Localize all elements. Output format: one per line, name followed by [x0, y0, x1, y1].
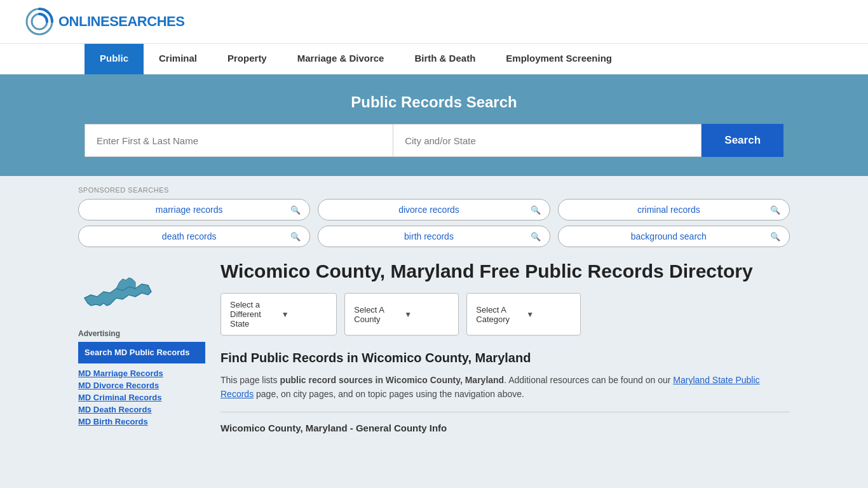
- find-desc-part1: This page lists: [220, 375, 280, 385]
- find-desc-part2: . Additional resources can be found on o…: [504, 375, 673, 385]
- sponsored-pill-divorce[interactable]: divorce records 🔍: [318, 199, 550, 220]
- county-dropdown-arrow: ▼: [404, 310, 449, 319]
- find-desc-part3: page, on city pages, and on topic pages …: [254, 389, 524, 399]
- sidebar-link-divorce[interactable]: MD Divorce Records: [78, 381, 205, 390]
- search-button[interactable]: Search: [702, 124, 783, 157]
- sponsored-pill-death[interactable]: death records 🔍: [78, 226, 310, 247]
- sponsored-pill-birth[interactable]: birth records 🔍: [318, 226, 550, 247]
- search-icon-criminal: 🔍: [770, 205, 780, 215]
- find-description: This page lists public record sources in…: [220, 373, 790, 402]
- dropdowns-row: Select a Different State ▼ Select A Coun…: [220, 293, 790, 336]
- county-dropdown[interactable]: Select A County ▼: [344, 293, 459, 336]
- nav-item-criminal[interactable]: Criminal: [144, 44, 212, 74]
- search-icon-background: 🔍: [770, 232, 780, 241]
- find-title: Find Public Records in Wicomico County, …: [220, 351, 790, 365]
- logo-text: ONLINESEARCHES: [58, 13, 184, 30]
- sponsored-pill-marriage[interactable]: marriage records 🔍: [78, 199, 310, 220]
- general-info-title: Wicomico County, Maryland - General Coun…: [220, 423, 790, 433]
- sponsored-pill-text-criminal: criminal records: [567, 205, 770, 215]
- maryland-map: [78, 260, 154, 317]
- site-header: ONLINESEARCHES: [0, 0, 868, 43]
- category-dropdown[interactable]: Select A Category ▼: [466, 293, 581, 336]
- sponsored-grid: marriage records 🔍 divorce records 🔍 cri…: [78, 199, 790, 247]
- sponsored-pill-text-divorce: divorce records: [327, 205, 530, 215]
- hero-section: Public Records Search Search: [0, 74, 868, 176]
- state-dropdown-label: Select a Different State: [230, 300, 276, 329]
- search-bar: Search: [85, 124, 783, 157]
- sidebar-link-marriage[interactable]: MD Marriage Records: [78, 369, 205, 378]
- main-nav: Public Criminal Property Marriage & Divo…: [0, 43, 868, 74]
- sidebar: Advertising Search MD Public Records MD …: [78, 260, 205, 429]
- category-dropdown-arrow: ▼: [526, 310, 571, 319]
- sidebar-link-death[interactable]: MD Death Records: [78, 405, 205, 414]
- county-dropdown-label: Select A County: [354, 305, 399, 324]
- logo[interactable]: ONLINESEARCHES: [25, 8, 184, 36]
- search-icon-birth: 🔍: [531, 232, 541, 241]
- state-dropdown-arrow: ▼: [281, 310, 328, 319]
- sponsored-pill-text-background: background search: [567, 231, 770, 241]
- sponsored-pill-text-death: death records: [88, 231, 290, 241]
- sponsored-pill-text-marriage: marriage records: [88, 205, 290, 215]
- search-icon-death: 🔍: [290, 232, 301, 241]
- advertising-label: Advertising: [78, 329, 205, 338]
- section-divider: [220, 412, 790, 412]
- sidebar-link-birth[interactable]: MD Birth Records: [78, 417, 205, 426]
- search-icon-divorce: 🔍: [531, 205, 541, 215]
- logo-icon: [25, 8, 53, 36]
- sponsored-pill-text-birth: birth records: [327, 231, 530, 241]
- nav-item-employment[interactable]: Employment Screening: [491, 44, 627, 74]
- nav-item-public[interactable]: Public: [85, 44, 144, 74]
- sidebar-link-criminal[interactable]: MD Criminal Records: [78, 393, 205, 402]
- sponsored-label: SPONSORED SEARCHES: [78, 186, 790, 194]
- name-input[interactable]: [85, 124, 393, 157]
- category-dropdown-label: Select A Category: [476, 305, 521, 324]
- content-area: Wicomico County, Maryland Free Public Re…: [220, 260, 790, 433]
- nav-item-birth-death[interactable]: Birth & Death: [399, 44, 491, 74]
- nav-item-property[interactable]: Property: [212, 44, 282, 74]
- sponsored-section: SPONSORED SEARCHES marriage records 🔍 di…: [78, 186, 790, 247]
- county-title: Wicomico County, Maryland Free Public Re…: [220, 260, 790, 283]
- nav-item-marriage-divorce[interactable]: Marriage & Divorce: [282, 44, 400, 74]
- find-desc-bold: public record sources in Wicomico County…: [280, 375, 504, 385]
- search-icon-marriage: 🔍: [290, 205, 301, 215]
- hero-title: Public Records Search: [25, 93, 843, 111]
- state-dropdown[interactable]: Select a Different State ▼: [220, 293, 337, 336]
- sponsored-pill-criminal[interactable]: criminal records 🔍: [558, 199, 790, 220]
- sponsored-pill-background[interactable]: background search 🔍: [558, 226, 790, 247]
- ad-highlight[interactable]: Search MD Public Records: [78, 342, 205, 363]
- location-input[interactable]: [393, 124, 702, 157]
